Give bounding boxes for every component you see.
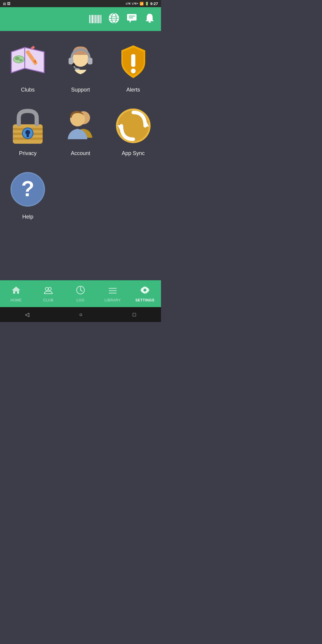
privacy-icon-wrapper [7,105,49,147]
app-sync-label: App Sync [122,150,145,157]
svg-point-9 [15,57,20,60]
help-item[interactable]: ? Help [3,164,53,225]
back-button[interactable]: ◁ [25,311,29,318]
settings-icon [140,285,150,297]
recent-button[interactable]: □ [133,312,136,318]
signal-icon: 📶 [140,2,144,6]
svg-marker-37 [12,287,20,294]
help-icon: ? [8,170,47,209]
account-item[interactable]: Account [56,100,106,161]
barcode-icon[interactable] [89,15,101,23]
nav-home[interactable]: HOME [0,285,32,302]
svg-point-39 [48,287,51,290]
nav-library[interactable]: LIBRARY [97,285,129,302]
app-sync-icon [114,106,153,145]
help-label: Help [22,214,33,220]
privacy-item[interactable]: Privacy [3,100,53,161]
svg-point-38 [45,287,48,290]
help-icon-wrapper: ? [7,168,49,210]
chat-icon[interactable] [126,13,137,26]
svg-text:?: ? [21,177,34,201]
log-label: LOG [77,298,85,302]
lte-icon: LTE [126,2,131,5]
nav-log[interactable]: LOG [64,285,97,302]
alerts-icon [114,43,153,82]
privacy-label: Privacy [19,150,37,157]
support-label: Support [71,87,90,93]
clubs-item[interactable]: Clubs [3,37,53,97]
status-bar: ▤ 🖼 LTE LTE+ 📶 🔋 9:27 [0,0,161,7]
alerts-icon-wrapper [112,41,154,83]
log-icon [76,285,85,297]
app-sync-item[interactable]: App Sync [108,100,158,161]
lte-plus-icon: LTE+ [132,2,138,5]
app-sync-icon-wrapper [112,105,154,147]
app-header [0,7,161,31]
privacy-icon [8,106,47,145]
support-icon [61,43,100,82]
library-icon [108,285,117,297]
alerts-label: Alerts [126,87,140,93]
image-icon: 🖼 [7,2,10,6]
svg-point-10 [19,59,23,61]
support-icon-wrapper [60,41,101,83]
main-grid: Clubs Support [0,31,161,227]
nav-club[interactable]: CLUB [32,285,64,302]
home-label: HOME [10,298,22,302]
svg-point-26 [25,130,30,135]
club-label: CLUB [43,298,53,302]
status-left: ▤ 🖼 [3,2,10,6]
home-icon [11,285,21,297]
svg-line-43 [80,290,82,291]
svg-rect-19 [131,54,135,67]
screen-icon: ▤ [3,2,6,6]
nav-settings[interactable]: SETTINGS [129,285,161,302]
svg-point-18 [72,63,75,66]
club-icon [44,285,53,297]
system-nav: ◁ ○ □ [0,307,161,322]
svg-marker-6 [129,21,131,23]
home-button[interactable]: ○ [79,312,83,318]
clubs-icon [8,43,47,82]
svg-rect-7 [148,21,151,23]
account-icon-wrapper [60,105,101,147]
account-label: Account [71,150,90,157]
bell-icon[interactable] [144,13,155,26]
battery-icon: 🔋 [145,2,149,6]
clubs-icon-wrapper [7,41,49,83]
support-item[interactable]: Support [56,37,106,97]
svg-rect-3 [127,14,137,21]
svg-rect-15 [69,58,73,64]
svg-point-20 [131,69,136,73]
account-icon [61,106,100,145]
status-icons: LTE LTE+ 📶 🔋 9:27 [126,1,158,6]
time: 9:27 [150,1,158,6]
clubs-label: Clubs [21,87,35,93]
globe-icon[interactable] [109,13,119,26]
svg-rect-27 [27,134,29,137]
svg-rect-16 [88,58,92,64]
library-label: LIBRARY [105,298,121,302]
bottom-nav: HOME CLUB LOG [0,280,161,307]
settings-label: SETTINGS [135,298,154,302]
alerts-item[interactable]: Alerts [108,37,158,97]
svg-point-48 [143,289,146,292]
